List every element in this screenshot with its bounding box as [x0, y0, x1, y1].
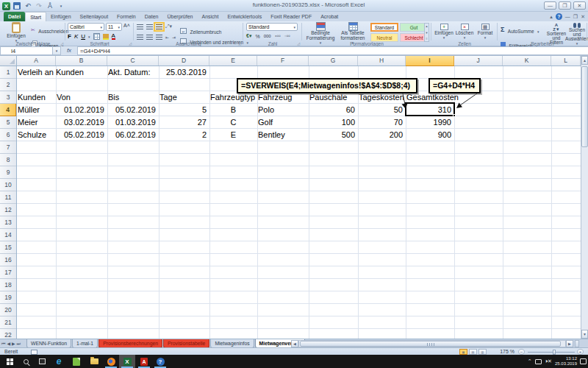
- paste-button[interactable]: Einfügen▾: [4, 22, 28, 43]
- cell-d1[interactable]: 25.03.2019: [159, 66, 209, 79]
- column-header-g[interactable]: G: [309, 56, 358, 66]
- taskbar-help-button[interactable]: ?: [152, 355, 168, 368]
- name-box-dropdown-icon[interactable]: ▾: [53, 46, 61, 55]
- column-header-d[interactable]: D: [159, 56, 209, 66]
- zoom-slider-thumb[interactable]: [553, 350, 556, 355]
- select-all-corner[interactable]: [0, 56, 17, 66]
- cell-e5[interactable]: C: [210, 116, 257, 129]
- align-right-icon[interactable]: [156, 35, 162, 40]
- column-header-b[interactable]: B: [56, 56, 107, 66]
- row-header-17[interactable]: 17: [0, 266, 16, 279]
- tray-expand-icon[interactable]: ⌃: [528, 358, 532, 364]
- tab-formeln[interactable]: Formeln: [112, 12, 140, 21]
- dialog-launcher-icon[interactable]: ◿: [60, 41, 63, 46]
- taskbar-search-button[interactable]: [18, 355, 34, 368]
- dialog-launcher-icon[interactable]: ◿: [129, 41, 132, 46]
- align-middle-icon[interactable]: [146, 24, 153, 29]
- cell-a1[interactable]: Verleih an Kunden: [18, 66, 55, 79]
- redo-icon[interactable]: ↷: [35, 1, 43, 10]
- row-header-15[interactable]: 15: [0, 241, 16, 254]
- taskbar-clock[interactable]: 13:12 25.03.2019: [555, 356, 577, 367]
- cell-f4[interactable]: Polo: [258, 104, 308, 116]
- cell-b5[interactable]: 03.02.2019: [57, 116, 107, 129]
- zoom-out-icon[interactable]: −: [518, 349, 525, 355]
- taskbar-excel-button-active[interactable]: X: [119, 355, 135, 368]
- zoom-level[interactable]: 175 %: [500, 349, 514, 354]
- cell-g4[interactable]: 60: [309, 104, 357, 116]
- volume-muted-icon[interactable]: 🕨✕: [545, 358, 552, 364]
- row-header-19[interactable]: 19: [0, 291, 16, 304]
- tab-daten[interactable]: Daten: [140, 12, 163, 21]
- font-color-icon[interactable]: A: [112, 33, 115, 40]
- cell-style-standard[interactable]: Standard: [370, 23, 398, 32]
- cell-c5[interactable]: 01.03.2019: [108, 116, 158, 129]
- worksheet-grid[interactable]: 1 2 3 4 5 6 7 8 9 10 11 12 13 14 15 16 1…: [0, 66, 581, 339]
- cell-a4[interactable]: Müller: [18, 104, 55, 116]
- row-header-22[interactable]: 22: [0, 329, 16, 339]
- borders-icon[interactable]: [93, 33, 100, 40]
- tab-split-handle[interactable]: [575, 340, 579, 347]
- row-header-12[interactable]: 12: [0, 204, 16, 216]
- insert-cells-button[interactable]: + Einfügen▾: [434, 24, 453, 40]
- column-header-e[interactable]: E: [209, 56, 257, 66]
- cell-e6[interactable]: E: [210, 129, 257, 141]
- help-icon[interactable]: ?: [556, 13, 562, 20]
- cell-d6[interactable]: 2: [159, 129, 209, 141]
- column-header-c[interactable]: C: [107, 56, 159, 66]
- row-header-2[interactable]: 2: [0, 79, 16, 91]
- row-header-14[interactable]: 14: [0, 229, 16, 241]
- workbook-minimize-icon[interactable]: —: [565, 13, 570, 21]
- custom-quick-icon[interactable]: Å: [46, 1, 54, 10]
- view-normal-icon[interactable]: ▦: [459, 349, 467, 355]
- vertical-scroll-thumb[interactable]: [581, 66, 588, 147]
- row-header-11[interactable]: 11: [0, 191, 16, 204]
- row-header-8[interactable]: 8: [0, 154, 16, 166]
- name-box[interactable]: I4: [0, 46, 53, 55]
- underline-dropdown-icon[interactable]: ▾: [88, 35, 90, 39]
- format-cells-button[interactable]: ▦ Format▾: [476, 24, 495, 40]
- qat-dropdown-icon[interactable]: ▾: [57, 1, 65, 10]
- taskbar-firefox-button[interactable]: [103, 355, 119, 368]
- horizontal-scrollbar[interactable]: ◀ ▶: [291, 340, 579, 347]
- tab-entwicklertools[interactable]: Entwicklertools: [223, 12, 266, 21]
- notification-center-icon[interactable]: [580, 358, 587, 364]
- align-bottom-icon[interactable]: [156, 24, 162, 29]
- cell-c4[interactable]: 05.02.2019: [108, 104, 158, 116]
- taskbar-pdf-button[interactable]: A: [136, 355, 152, 368]
- fill-handle[interactable]: [453, 114, 456, 117]
- cell-f6[interactable]: Bentley: [258, 129, 308, 141]
- column-header-h[interactable]: H: [358, 56, 406, 66]
- cell-b3[interactable]: Von: [57, 91, 107, 104]
- tab-seitenlayout[interactable]: Seitenlayout: [76, 12, 113, 21]
- workbook-restore-icon[interactable]: ❐: [573, 13, 578, 21]
- prev-sheet-icon[interactable]: ◀: [7, 340, 10, 347]
- orientation-icon[interactable]: ⤢▾: [165, 24, 172, 29]
- cell-g6[interactable]: 500: [309, 129, 357, 141]
- increase-decimal-icon[interactable]: ⁺⁰⁰: [275, 34, 281, 39]
- cell-h6[interactable]: 200: [359, 129, 405, 141]
- grow-font-icon[interactable]: A˄: [123, 23, 130, 31]
- cell-g5[interactable]: 100: [309, 116, 357, 129]
- taskbar-explorer-button[interactable]: [86, 355, 102, 368]
- row-header-7[interactable]: 7: [0, 141, 16, 154]
- percent-style-icon[interactable]: %: [255, 34, 259, 39]
- row-header-5[interactable]: 5: [0, 116, 16, 129]
- scroll-up-icon[interactable]: ▲: [581, 56, 588, 65]
- tab-datei[interactable]: Datei: [4, 12, 25, 21]
- cell-f5[interactable]: Golf: [258, 116, 308, 129]
- accounting-format-icon[interactable]: €▾: [246, 33, 251, 39]
- tab-ansicht[interactable]: Ansicht: [198, 12, 223, 21]
- italic-button[interactable]: K: [74, 33, 78, 40]
- cell-e4[interactable]: B: [210, 104, 257, 116]
- taskbar-edge-button[interactable]: e: [51, 355, 67, 368]
- formula-input[interactable]: =G4+D4*H4: [77, 46, 588, 55]
- scroll-left-icon[interactable]: ◀: [291, 340, 298, 347]
- task-view-button[interactable]: [34, 355, 50, 368]
- undo-icon[interactable]: ↶: [24, 1, 32, 10]
- scroll-right-icon[interactable]: ▶: [566, 340, 573, 347]
- start-button[interactable]: [1, 355, 18, 368]
- font-size-select[interactable]: 11▾: [106, 23, 122, 31]
- macro-record-icon[interactable]: [31, 350, 37, 355]
- bold-button[interactable]: F: [68, 33, 71, 40]
- align-top-icon[interactable]: [137, 24, 143, 29]
